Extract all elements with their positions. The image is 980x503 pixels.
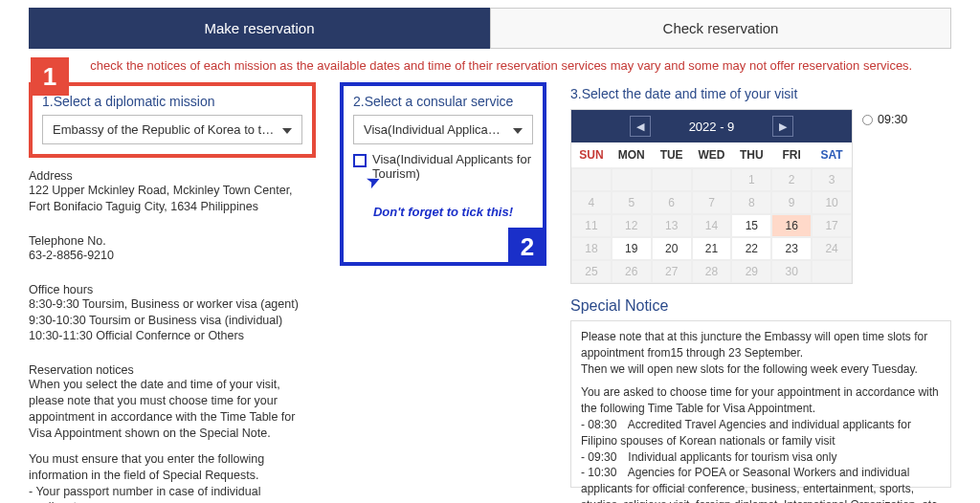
step1-highlight-box: 1 1.Select a diplomatic mission Embassy … xyxy=(29,82,316,158)
calendar-month-label: 2022 - 9 xyxy=(689,120,735,134)
calendar-day: 14 xyxy=(692,214,732,237)
calendar-day: 6 xyxy=(652,191,692,214)
special-notice-box: Please note that at this juncture the Em… xyxy=(570,320,951,488)
address-label: Address xyxy=(29,169,316,183)
telephone-label: Telephone No. xyxy=(29,234,316,248)
calendar-day: 3 xyxy=(812,168,852,191)
calendar-day xyxy=(812,260,852,283)
calendar-day: 24 xyxy=(812,237,852,260)
calendar-day xyxy=(692,168,732,191)
calendar: ◀ 2022 - 9 ▶ SUNMONTUEWEDTHUFRISAT 12345… xyxy=(570,109,853,284)
mission-dropdown[interactable]: Embassy of the Republic of Korea to the … xyxy=(42,115,302,144)
calendar-day: 26 xyxy=(612,260,652,283)
tab-make-reservation[interactable]: Make reservation xyxy=(29,8,490,49)
step2-highlight-box: 2.Select a consular service Visa(Individ… xyxy=(340,82,546,266)
calendar-dow: SUN xyxy=(571,142,612,168)
office-hours-text: 8:30-9:30 Toursim, Business or worker vi… xyxy=(29,296,316,345)
calendar-day: 30 xyxy=(771,260,812,283)
special-b1: - 08:30 Accredited Travel Agencies and i… xyxy=(581,417,941,449)
calendar-day xyxy=(571,168,612,191)
annotation-badge-2: 2 xyxy=(508,228,546,266)
calendar-next-button[interactable]: ▶ xyxy=(772,116,793,137)
calendar-day: 10 xyxy=(812,191,852,214)
calendar-day: 27 xyxy=(652,260,692,283)
service-checkbox[interactable] xyxy=(353,154,367,167)
radio-icon xyxy=(862,115,873,125)
reservation-notices-text-2: You must ensure that you enter the follo… xyxy=(29,451,316,484)
calendar-day: 17 xyxy=(812,214,852,237)
tab-check-reservation[interactable]: Check reservation xyxy=(490,8,951,49)
service-option-label: Visa(Individual Applicants for Tourism) xyxy=(372,152,533,181)
calendar-dow: THU xyxy=(731,142,771,168)
calendar-day: 4 xyxy=(571,191,612,214)
office-hours-label: Office hours xyxy=(29,283,316,296)
time-option[interactable]: 09:30 xyxy=(862,113,907,126)
calendar-day: 8 xyxy=(731,191,771,214)
special-p1: Please note that at this juncture the Em… xyxy=(581,329,941,361)
calendar-day: 18 xyxy=(571,237,612,260)
calendar-day: 25 xyxy=(571,260,612,283)
reservation-notices-text-1: When you select the date and time of you… xyxy=(29,377,316,442)
calendar-dow: TUE xyxy=(652,142,692,168)
reservation-notices-label: Reservation notices xyxy=(29,363,316,377)
annotation-badge-1: 1 xyxy=(31,57,69,96)
special-p3: You are asked to choose time for your ap… xyxy=(581,384,941,417)
calendar-day xyxy=(612,168,652,191)
calendar-dow: FRI xyxy=(771,142,812,168)
calendar-dow: MON xyxy=(612,142,652,168)
calendar-day: 7 xyxy=(692,191,732,214)
special-notice-title: Special Notice xyxy=(570,297,951,315)
calendar-day[interactable]: 19 xyxy=(612,237,652,260)
top-warning-text: check the notices of each mission as the… xyxy=(90,58,912,73)
calendar-day: 1 xyxy=(731,168,771,191)
calendar-day: 12 xyxy=(612,214,652,237)
special-b3: - 10:30 Agencies for POEA or Seasonal Wo… xyxy=(581,465,941,503)
calendar-day[interactable]: 15 xyxy=(731,214,771,237)
top-warning-notice: XXXXXXX check the notices of each missio… xyxy=(29,58,951,73)
calendar-dow: WED xyxy=(692,142,732,168)
calendar-prev-button[interactable]: ◀ xyxy=(630,116,651,137)
time-option-label: 09:30 xyxy=(878,113,907,126)
tab-bar: Make reservation Check reservation xyxy=(29,8,951,49)
calendar-day: 28 xyxy=(692,260,732,283)
calendar-day: 29 xyxy=(731,260,771,283)
reservation-notices-text-3: - Your passport number in case of indivi… xyxy=(29,484,316,504)
calendar-day[interactable]: 23 xyxy=(771,237,812,260)
calendar-day[interactable]: 20 xyxy=(652,237,692,260)
calendar-day: 5 xyxy=(612,191,652,214)
special-b2: - 09:30 Individual applicants for touris… xyxy=(581,449,941,466)
service-dropdown[interactable]: Visa(Individual Applicants for T xyxy=(353,115,533,144)
calendar-day xyxy=(652,168,692,191)
special-p2: Then we will open new slots for the foll… xyxy=(581,361,941,378)
calendar-day: 11 xyxy=(571,214,612,237)
calendar-dow: SAT xyxy=(812,142,852,168)
step3-title: 3.Select the date and time of your visit xyxy=(570,86,951,101)
calendar-day[interactable]: 22 xyxy=(731,237,771,260)
tick-hint-text: Don't forget to tick this! xyxy=(353,205,533,219)
calendar-day: 13 xyxy=(652,214,692,237)
calendar-day: 9 xyxy=(771,191,812,214)
calendar-day[interactable]: 21 xyxy=(692,237,732,260)
address-text: 122 Upper Mckinley Road, Mckinley Town C… xyxy=(29,183,316,215)
step2-title: 2.Select a consular service xyxy=(353,94,533,109)
step1-title: 1.Select a diplomatic mission xyxy=(42,94,302,109)
telephone-text: 63-2-8856-9210 xyxy=(29,248,316,264)
calendar-day: 2 xyxy=(771,168,812,191)
calendar-day[interactable]: 16 xyxy=(771,214,812,237)
